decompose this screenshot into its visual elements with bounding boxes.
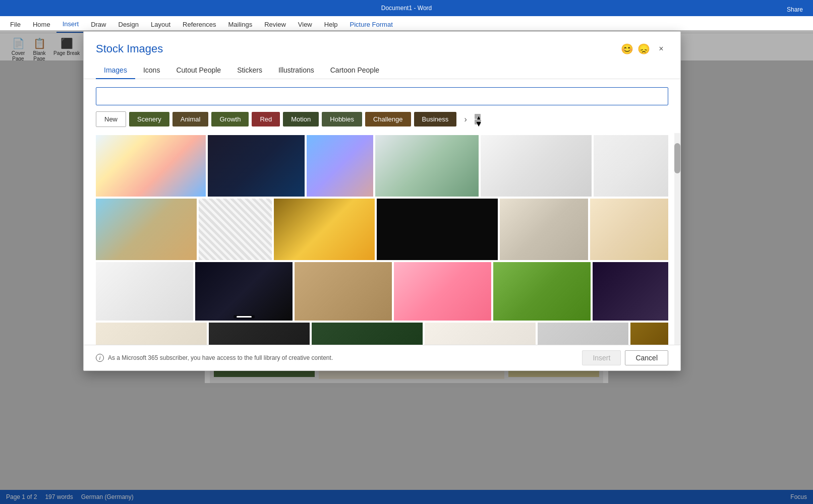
footer-info-text: As a Microsoft 365 subscriber, you have … xyxy=(108,354,333,361)
image-11[interactable] xyxy=(500,199,588,260)
image-7[interactable] xyxy=(96,199,197,260)
image-10[interactable] xyxy=(377,199,498,260)
image-row-1 xyxy=(96,135,668,197)
image-14[interactable] xyxy=(195,262,293,321)
image-22[interactable] xyxy=(425,323,536,345)
image-21[interactable] xyxy=(312,323,423,345)
image-20[interactable] xyxy=(209,323,310,345)
tab-illustrations[interactable]: Illustrations xyxy=(270,62,322,79)
category-motion[interactable]: Motion xyxy=(283,112,319,127)
image-row-2 xyxy=(96,199,668,260)
stock-images-dialog: Stock Images 😊 😞 × Images Icons Cutout P… xyxy=(83,31,681,371)
search-input[interactable] xyxy=(96,87,668,105)
close-button[interactable]: × xyxy=(654,42,668,56)
app-title: Document1 - Word xyxy=(381,5,432,12)
image-17[interactable] xyxy=(493,262,591,321)
scrollbar[interactable] xyxy=(674,133,680,345)
image-24[interactable] xyxy=(630,323,668,345)
category-challenge[interactable]: Challenge xyxy=(365,112,411,127)
insert-button[interactable]: Insert xyxy=(582,350,621,365)
image-grid xyxy=(84,133,680,345)
cancel-button[interactable]: Cancel xyxy=(625,350,668,365)
image-18[interactable] xyxy=(593,262,668,321)
happy-smiley-icon[interactable]: 😊 xyxy=(621,43,633,55)
sad-smiley-icon[interactable]: 😞 xyxy=(637,43,650,55)
image-13[interactable] xyxy=(96,262,193,321)
category-red[interactable]: Red xyxy=(252,112,280,127)
category-scenery[interactable]: Scenery xyxy=(129,112,169,127)
image-row-4 xyxy=(96,323,668,345)
share-button[interactable]: Share xyxy=(781,4,809,15)
title-bar: Document1 - Word Share xyxy=(0,0,813,16)
image-5[interactable] xyxy=(481,135,592,197)
footer-actions: Insert Cancel xyxy=(582,350,668,365)
category-row: New Scenery Animal Growth Red Motion Hob… xyxy=(84,111,680,133)
category-animal[interactable]: Animal xyxy=(172,112,209,127)
image-12[interactable] xyxy=(590,199,668,260)
image-16[interactable] xyxy=(394,262,491,321)
dialog-header-right: 😊 😞 × xyxy=(621,42,668,56)
tab-images[interactable]: Images xyxy=(96,62,135,79)
footer-info: i As a Microsoft 365 subscriber, you hav… xyxy=(96,354,333,362)
image-6[interactable] xyxy=(594,135,668,197)
category-scroll-up[interactable]: ▲ xyxy=(475,114,481,119)
tab-cartoon-people[interactable]: Cartoon People xyxy=(322,62,387,79)
search-area xyxy=(84,79,680,111)
image-2[interactable] xyxy=(208,135,305,197)
scroll-thumb[interactable] xyxy=(674,143,680,173)
category-new[interactable]: New xyxy=(96,111,126,127)
dialog-title: Stock Images xyxy=(96,42,163,55)
category-scroll-down[interactable]: ▼ xyxy=(475,119,481,124)
image-8[interactable] xyxy=(199,199,272,260)
image-19[interactable] xyxy=(96,323,207,345)
image-selection-bar xyxy=(234,315,255,319)
image-9[interactable] xyxy=(274,199,375,260)
image-15[interactable] xyxy=(295,262,392,321)
category-hobbies[interactable]: Hobbies xyxy=(322,112,362,127)
image-23[interactable] xyxy=(538,323,628,345)
image-3[interactable] xyxy=(307,135,373,197)
category-scroll-right[interactable]: › xyxy=(459,113,472,125)
category-growth[interactable]: Growth xyxy=(211,112,249,127)
dialog-tabs: Images Icons Cutout People Stickers Illu… xyxy=(84,62,680,79)
tab-stickers[interactable]: Stickers xyxy=(229,62,270,79)
image-4[interactable] xyxy=(375,135,479,197)
dialog-header: Stock Images 😊 😞 × xyxy=(84,32,680,62)
tab-icons[interactable]: Icons xyxy=(135,62,168,79)
image-1[interactable] xyxy=(96,135,206,197)
image-row-3 xyxy=(96,262,668,321)
tab-cutout-people[interactable]: Cutout People xyxy=(168,62,229,79)
info-icon: i xyxy=(96,354,104,362)
category-business[interactable]: Business xyxy=(414,112,457,127)
dialog-footer: i As a Microsoft 365 subscriber, you hav… xyxy=(84,345,680,370)
